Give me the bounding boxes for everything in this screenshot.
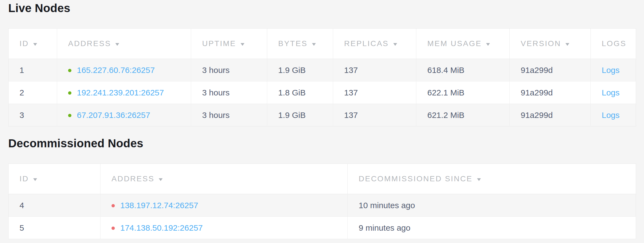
cell-id: 5 <box>9 217 101 239</box>
column-header-bytes[interactable]: BYTES <box>267 29 333 59</box>
decommissioned-status-icon <box>111 204 115 207</box>
cell-logs: Logs <box>591 104 636 126</box>
node-address-link[interactable]: 174.138.50.192:26257 <box>120 223 203 232</box>
cell-replicas: 137 <box>333 104 416 126</box>
sort-arrow-icon <box>241 43 244 46</box>
decommissioned-status-icon <box>111 227 115 230</box>
cell-version: 91a299d <box>510 104 591 126</box>
node-address-link[interactable]: 67.207.91.36:26257 <box>77 111 150 120</box>
decommissioned-nodes-table: IDADDRESSDECOMMISSIONED SINCE 4138.197.1… <box>8 163 636 239</box>
column-header-address[interactable]: ADDRESS <box>101 164 348 194</box>
logs-link[interactable]: Logs <box>602 66 620 75</box>
table-row: 367.207.91.36:262573 hours1.9 GiB137621.… <box>9 104 636 126</box>
cell-version: 91a299d <box>510 81 591 104</box>
column-header-label: ADDRESS <box>111 174 154 183</box>
cell-id: 3 <box>9 104 57 126</box>
cell-replicas: 137 <box>333 81 416 104</box>
cell-address: 165.227.60.76:26257 <box>57 59 191 81</box>
cell-mem_usage: 618.4 MiB <box>416 59 510 81</box>
column-header-address[interactable]: ADDRESS <box>57 29 191 59</box>
table-row: 4138.197.12.74:2625710 minutes ago <box>9 194 636 217</box>
cell-replicas: 137 <box>333 59 416 81</box>
cell-since: 10 minutes ago <box>348 194 636 217</box>
decommissioned-nodes-header: IDADDRESSDECOMMISSIONED SINCE <box>9 164 636 194</box>
cell-id: 2 <box>9 81 57 104</box>
live-nodes-header: IDADDRESSUPTIMEBYTESREPLICASMEM USAGEVER… <box>9 29 636 59</box>
table-row: 1165.227.60.76:262573 hours1.9 GiB137618… <box>9 59 636 81</box>
logs-link[interactable]: Logs <box>602 88 620 97</box>
sort-arrow-icon <box>33 43 37 46</box>
cell-id: 4 <box>9 194 101 217</box>
cell-mem_usage: 622.1 MiB <box>416 81 510 104</box>
sort-arrow-icon <box>33 178 37 181</box>
cell-version: 91a299d <box>510 59 591 81</box>
cell-logs: Logs <box>591 59 636 81</box>
live-nodes-title: Live Nodes <box>8 2 636 15</box>
sort-arrow-icon <box>159 178 163 181</box>
decommissioned-nodes-title: Decommissioned Nodes <box>8 137 636 150</box>
column-header-label: ADDRESS <box>68 39 111 48</box>
live-status-icon <box>68 114 71 117</box>
column-header-mem-usage[interactable]: MEM USAGE <box>416 29 510 59</box>
cell-since: 9 minutes ago <box>348 217 636 239</box>
cell-address: 138.197.12.74:26257 <box>101 194 348 217</box>
live-nodes-body: 1165.227.60.76:262573 hours1.9 GiB137618… <box>9 59 636 126</box>
cell-bytes: 1.9 GiB <box>267 59 333 81</box>
column-header-uptime[interactable]: UPTIME <box>191 29 267 59</box>
sort-arrow-icon <box>565 43 569 46</box>
cell-id: 1 <box>9 59 57 81</box>
column-header-label: DECOMMISSIONED SINCE <box>359 174 473 183</box>
column-header-label: LOGS <box>602 39 626 48</box>
cell-uptime: 3 hours <box>191 59 267 81</box>
column-header-label: UPTIME <box>202 39 236 48</box>
sort-arrow-icon <box>393 43 397 46</box>
column-header-label: REPLICAS <box>344 39 389 48</box>
sort-arrow-icon <box>312 43 316 46</box>
column-header-id[interactable]: ID <box>9 164 101 194</box>
column-header-id[interactable]: ID <box>9 29 57 59</box>
sort-arrow-icon <box>115 43 119 46</box>
column-header-label: MEM USAGE <box>427 39 482 48</box>
live-nodes-table: IDADDRESSUPTIMEBYTESREPLICASMEM USAGEVER… <box>8 28 636 126</box>
cell-bytes: 1.9 GiB <box>267 104 333 126</box>
node-address-link[interactable]: 138.197.12.74:26257 <box>120 201 198 210</box>
cell-logs: Logs <box>591 81 636 104</box>
column-header-label: BYTES <box>278 39 308 48</box>
table-row: 2192.241.239.201:262573 hours1.8 GiB1376… <box>9 81 636 104</box>
live-status-icon <box>68 69 71 72</box>
cell-address: 192.241.239.201:26257 <box>57 81 191 104</box>
cell-uptime: 3 hours <box>191 104 267 126</box>
cell-address: 67.207.91.36:26257 <box>57 104 191 126</box>
cluster-nodes-page: Live Nodes IDADDRESSUPTIMEBYTESREPLICASM… <box>0 2 644 239</box>
sort-arrow-icon <box>477 178 481 181</box>
column-header-logs: LOGS <box>591 29 636 59</box>
cell-address: 174.138.50.192:26257 <box>101 217 348 239</box>
node-address-link[interactable]: 192.241.239.201:26257 <box>77 88 164 97</box>
table-row: 5174.138.50.192:262579 minutes ago <box>9 217 636 239</box>
column-header-version[interactable]: VERSION <box>510 29 591 59</box>
node-address-link[interactable]: 165.227.60.76:26257 <box>77 66 155 75</box>
column-header-decommissioned-since[interactable]: DECOMMISSIONED SINCE <box>348 164 636 194</box>
decommissioned-nodes-body: 4138.197.12.74:2625710 minutes ago5174.1… <box>9 194 636 239</box>
live-status-icon <box>68 91 71 95</box>
cell-bytes: 1.8 GiB <box>267 81 333 104</box>
cell-uptime: 3 hours <box>191 81 267 104</box>
column-header-label: VERSION <box>521 39 561 48</box>
sort-arrow-icon <box>486 43 490 46</box>
column-header-replicas[interactable]: REPLICAS <box>333 29 416 59</box>
cell-mem_usage: 621.2 MiB <box>416 104 510 126</box>
logs-link[interactable]: Logs <box>602 111 620 120</box>
column-header-label: ID <box>19 39 29 48</box>
column-header-label: ID <box>19 174 29 183</box>
